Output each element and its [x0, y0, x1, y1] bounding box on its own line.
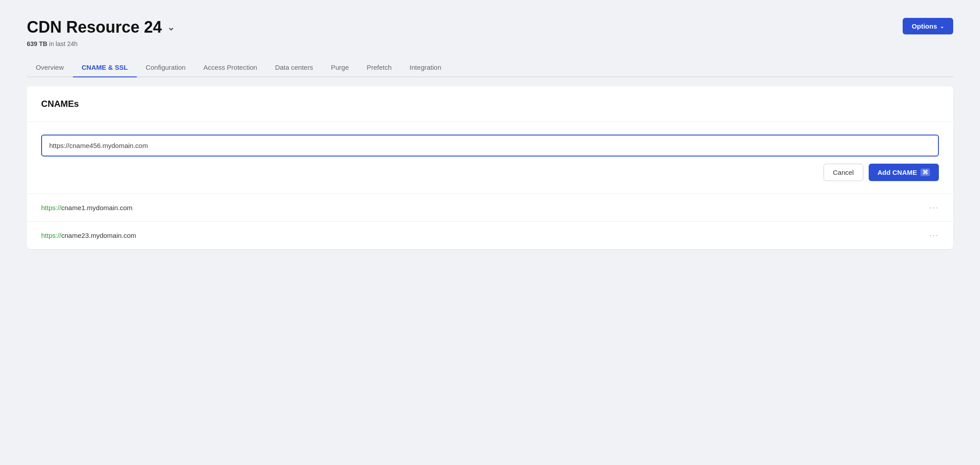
- tab-configuration[interactable]: Configuration: [137, 58, 194, 77]
- resource-usage-amount: 639 TB: [27, 40, 47, 47]
- tab-access-protection[interactable]: Access Protection: [194, 58, 266, 77]
- title-area: CDN Resource 24 ⌄ 639 TB in last 24h: [27, 18, 175, 47]
- list-item: https://cname23.mydomain.com ···: [27, 222, 953, 249]
- cname-more-icon-1[interactable]: ···: [929, 203, 939, 212]
- add-cname-section: Cancel Add CNAME ⌘: [27, 122, 953, 194]
- cname-actions: Cancel Add CNAME ⌘: [41, 164, 939, 181]
- page-header: CDN Resource 24 ⌄ 639 TB in last 24h Opt…: [27, 18, 953, 47]
- cname-domain-2: cname23.mydomain.com: [61, 232, 136, 239]
- tab-bar: Overview CNAME & SSL Configuration Acces…: [27, 58, 953, 77]
- cname-protocol-1: https://: [41, 204, 61, 211]
- cnames-header-section: CNAMEs: [27, 86, 953, 122]
- cname-link-1[interactable]: https://cname1.mydomain.com: [41, 204, 132, 211]
- section-title: CNAMEs: [41, 99, 939, 109]
- resource-title-row: CDN Resource 24 ⌄: [27, 18, 175, 37]
- cname-protocol-2: https://: [41, 232, 61, 239]
- title-dropdown-chevron[interactable]: ⌄: [167, 22, 175, 33]
- page-title: CDN Resource 24: [27, 18, 162, 37]
- tab-purge[interactable]: Purge: [322, 58, 358, 77]
- tab-prefetch[interactable]: Prefetch: [358, 58, 401, 77]
- add-cname-button[interactable]: Add CNAME ⌘: [869, 164, 939, 181]
- cancel-button[interactable]: Cancel: [824, 164, 863, 181]
- cname-more-icon-2[interactable]: ···: [929, 231, 939, 240]
- cname-domain-1: cname1.mydomain.com: [61, 204, 132, 211]
- cname-input-row: Cancel Add CNAME ⌘: [41, 135, 939, 181]
- options-button-label: Options: [912, 22, 937, 30]
- tab-overview[interactable]: Overview: [27, 58, 73, 77]
- content-card: CNAMEs Cancel Add CNAME ⌘ https://cname1…: [27, 86, 953, 249]
- resource-subtitle: 639 TB in last 24h: [27, 40, 175, 47]
- cname-input[interactable]: [41, 135, 939, 156]
- tab-integration[interactable]: Integration: [401, 58, 450, 77]
- cname-link-2[interactable]: https://cname23.mydomain.com: [41, 232, 136, 239]
- list-item: https://cname1.mydomain.com ···: [27, 194, 953, 222]
- tab-data-centers[interactable]: Data centers: [266, 58, 322, 77]
- add-cname-icon: ⌘: [921, 169, 930, 176]
- options-chevron-icon: ⌄: [940, 23, 944, 30]
- options-button[interactable]: Options ⌄: [903, 18, 953, 34]
- resource-usage-period: in last 24h: [49, 40, 78, 47]
- add-cname-label: Add CNAME: [878, 169, 917, 176]
- tab-cname-ssl[interactable]: CNAME & SSL: [73, 58, 137, 77]
